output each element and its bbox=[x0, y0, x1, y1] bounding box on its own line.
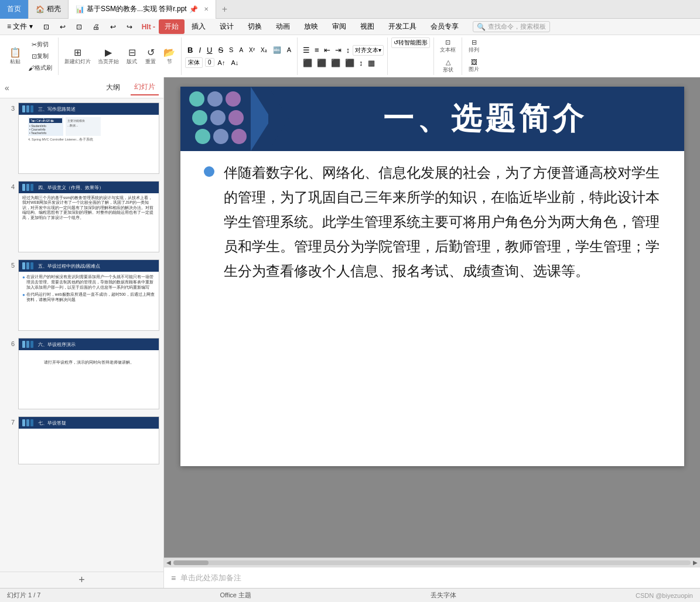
circle6 bbox=[228, 110, 244, 125]
shape-button[interactable]: △ 形状 bbox=[440, 57, 456, 75]
slide-body-text: 伴随着数字化、网络化、信息化发展的社会，为了方便普通高校对学生的管理，为了巩固自… bbox=[224, 160, 672, 283]
tab-review[interactable]: 审阅 bbox=[325, 19, 353, 34]
tab-vip[interactable]: 会员专享 bbox=[424, 19, 466, 34]
tab-start[interactable]: 开始 bbox=[159, 19, 185, 34]
canvas-area: 一、选题简介 伴随着数字化、网络化、信息化发展的社会，为了方便普通高校对学生的管… bbox=[164, 77, 700, 588]
slide-item-4[interactable]: 4 四、毕设意义（作用、效果等） bbox=[2, 179, 161, 254]
menu-save-icon[interactable]: ⊡ bbox=[71, 22, 87, 32]
menu-redo2-icon[interactable]: ↪ bbox=[122, 22, 137, 32]
align-right-button[interactable]: ⬛ bbox=[329, 58, 342, 68]
tab-animation[interactable]: 动画 bbox=[269, 19, 297, 34]
shadow-button[interactable]: S bbox=[227, 46, 235, 54]
paste-button[interactable]: 📋 粘贴 bbox=[7, 46, 23, 67]
tab-home[interactable]: 首页 bbox=[0, 0, 29, 19]
paste-group: 📋 粘贴 ✂ 剪切 ⊡ 复制 🖌 格式刷 bbox=[4, 37, 59, 75]
arrange-button[interactable]: ⊟ 排列 bbox=[466, 37, 482, 55]
current-page-button[interactable]: ▶ 当页开始 bbox=[95, 46, 121, 67]
new-slide-button[interactable]: ⊞ 新建幻灯片 bbox=[62, 46, 93, 67]
subscript2-button[interactable]: X₂ bbox=[258, 46, 269, 54]
scroll-left-btn[interactable]: ◀ bbox=[166, 559, 171, 566]
thumb5-text2: 在代码运行时，web服数应所遇是一直不成功，超时500，后通过上网查资料，请教同… bbox=[26, 292, 155, 302]
format-painter-button[interactable]: 🖌 格式刷 bbox=[26, 63, 54, 73]
tab-view[interactable]: 视图 bbox=[353, 19, 381, 34]
arrange-icon: ⊟ bbox=[472, 39, 477, 46]
slide-canvas[interactable]: 一、选题简介 伴随着数字化、网络化、信息化发展的社会，为了方便普通高校对学生的管… bbox=[180, 87, 684, 466]
wps-icon: 🏠 bbox=[36, 5, 45, 13]
font-color-button[interactable]: A bbox=[285, 46, 293, 54]
font-size-select[interactable]: 0 bbox=[205, 58, 214, 67]
add-tab-button[interactable]: + bbox=[216, 4, 233, 15]
deco-circles-row bbox=[189, 91, 241, 107]
thumb5-stripe3 bbox=[30, 262, 33, 269]
copy-button[interactable]: ⊡ 复制 bbox=[26, 51, 54, 61]
tab-dev[interactable]: 开发工具 bbox=[381, 19, 424, 34]
format-label: 格式刷 bbox=[35, 64, 52, 72]
tab-transition[interactable]: 切换 bbox=[241, 19, 269, 34]
thumb3-body: Tạo Cơ sở dữ liệu • StudentInfo • Course… bbox=[19, 115, 159, 144]
layout-button[interactable]: ⊟ 版式 bbox=[124, 46, 140, 67]
tab-wps[interactable]: 🏠 稻壳 bbox=[29, 0, 69, 19]
h-scrollbar-thumb[interactable] bbox=[173, 560, 209, 565]
bold-button[interactable]: B bbox=[185, 45, 195, 55]
indent-increase-button[interactable]: ⇥ bbox=[333, 45, 343, 55]
thumb3-box1-header: Tạo Cơ sở dữ liệu bbox=[29, 118, 62, 123]
subscript-button[interactable]: X² bbox=[247, 46, 257, 54]
rtl-button[interactable]: ↕ bbox=[344, 45, 352, 55]
increase-font-button[interactable]: A↑ bbox=[216, 59, 228, 67]
columns-button[interactable]: ▦ bbox=[366, 58, 377, 68]
scroll-right-btn[interactable]: ▶ bbox=[693, 559, 698, 566]
strikethrough-button[interactable]: S bbox=[216, 45, 226, 55]
thumb5-content: 五、毕设过程中的挑战/困难点 ● 在设计用户的时候没有意识到需要添加用户一个头就… bbox=[19, 260, 159, 330]
bullet-list-button[interactable]: ☰ bbox=[301, 45, 312, 55]
font-select[interactable]: 宋体 bbox=[185, 57, 203, 68]
section-button[interactable]: 📂 节 bbox=[161, 46, 177, 67]
tab-design[interactable]: 设计 bbox=[213, 19, 241, 34]
tab-ppt[interactable]: 📊 基于SSM的教务...实现 答辩r.ppt 📌 ✕ bbox=[69, 0, 216, 19]
tab-slideshow[interactable]: 放映 bbox=[297, 19, 325, 34]
close-icon[interactable]: ✕ bbox=[204, 6, 209, 12]
panel-tab-slides[interactable]: 幻灯片 bbox=[131, 80, 159, 95]
stripe2 bbox=[26, 105, 29, 112]
slide-item-6[interactable]: 6 六、毕设程序演示 bbox=[2, 336, 161, 411]
panel-tab-outline[interactable]: 大纲 bbox=[103, 80, 124, 95]
menu-redo-icon[interactable]: ↩ bbox=[55, 22, 70, 32]
reset-button[interactable]: ↺ 重置 bbox=[142, 46, 159, 67]
indent-decrease-button[interactable]: ⇤ bbox=[322, 45, 332, 55]
thumb6-stripe2 bbox=[26, 341, 29, 348]
decrease-font-button[interactable]: A↓ bbox=[228, 59, 241, 67]
superscript-button[interactable]: A bbox=[237, 46, 245, 54]
textbox-button[interactable]: ⊡ 文本框 bbox=[438, 37, 458, 55]
justify-button[interactable]: ⬛ bbox=[343, 58, 356, 68]
tab-insert[interactable]: 插入 bbox=[185, 19, 213, 34]
main-content: « 大纲 幻灯片 3 bbox=[0, 77, 700, 588]
smart-shape-button[interactable]: ↺转智能图形 bbox=[391, 37, 430, 48]
menu-print-icon[interactable]: 🖨 bbox=[88, 22, 104, 32]
menu-file[interactable]: ≡ 文件 ▾ bbox=[2, 20, 37, 33]
h-scrollbar-container: ◀ ▶ bbox=[164, 557, 700, 567]
italic-button[interactable]: I bbox=[196, 45, 203, 55]
align-left-button[interactable]: ⬛ bbox=[301, 58, 314, 68]
align-text-select[interactable]: 对齐文本▾ bbox=[353, 45, 384, 56]
para-row-2: ⬛ ⬛ ⬛ ⬛ ↕ ▦ bbox=[301, 58, 377, 68]
underline-button[interactable]: U bbox=[204, 45, 214, 55]
add-slide-button[interactable]: + bbox=[0, 572, 163, 588]
menu-undo2-icon[interactable]: ↩ bbox=[105, 22, 121, 32]
menu-undo-icon[interactable]: ⊡ bbox=[39, 22, 54, 32]
h-scrollbar[interactable] bbox=[173, 560, 691, 565]
char-spacing-button[interactable]: 🔤 bbox=[271, 46, 284, 54]
line-spacing-button[interactable]: ↕ bbox=[357, 58, 365, 68]
collapse-button[interactable]: « bbox=[5, 83, 9, 93]
cut-button[interactable]: ✂ 剪切 bbox=[26, 39, 54, 50]
slide-item-5[interactable]: 5 五、毕设过程中的挑战/困难点 bbox=[2, 258, 161, 333]
menu-bar: ≡ 文件 ▾ ⊡ ↩ ⊡ 🖨 ↩ ↪ HIt - 开始 插入 设计 切换 动画 … bbox=[0, 19, 700, 35]
slide-item-7[interactable]: 7 七、毕设答疑 bbox=[2, 415, 161, 466]
numbered-list-button[interactable]: ≡ bbox=[313, 45, 321, 55]
picture-button[interactable]: 🖼 图片 bbox=[466, 57, 482, 74]
thumb7-deco bbox=[22, 419, 33, 426]
note-placeholder[interactable]: 单击此处添加备注 bbox=[180, 573, 241, 583]
picture-icon: 🖼 bbox=[471, 59, 477, 66]
slide-item-3[interactable]: 3 三、写作思路简述 bbox=[2, 101, 161, 176]
thumb7-stripe1 bbox=[22, 419, 25, 426]
align-center-button[interactable]: ⬛ bbox=[315, 58, 328, 68]
ribbon-search-box[interactable]: 🔍 查找命令，搜索模板 bbox=[473, 21, 550, 32]
